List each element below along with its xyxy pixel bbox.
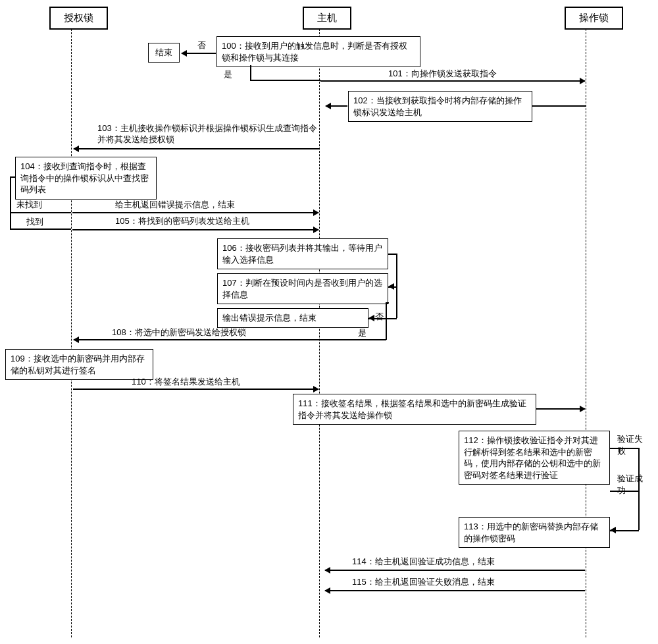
step-102-box: 102：当接收到获取指令时将内部存储的操作锁标识发送给主机 — [348, 91, 532, 122]
conn-107-err — [396, 286, 397, 318]
step-104-err: 给主机返回错误提示信息，结束 — [115, 200, 235, 211]
arrow-111 — [536, 408, 585, 410]
label-found: 找到 — [26, 216, 43, 228]
label-not-found: 未找到 — [16, 199, 42, 211]
conn-103-104 — [10, 176, 11, 213]
step-100-box: 100：接收到用户的触发信息时，判断是否有授权锁和操作锁与其连接 — [216, 36, 420, 67]
conn-107-108 — [386, 302, 387, 340]
step-106-box: 106：接收密码列表并将其输出，等待用户输入选择信息 — [217, 238, 388, 269]
label-yes-107: 是 — [358, 327, 367, 339]
label-vs1: 验证成功 — [617, 473, 644, 496]
step-111-box: 111：接收签名结果，根据签名结果和选中的新密码生成验证指令并将其发送给操作锁 — [293, 394, 536, 425]
arrow-no-end — [182, 53, 216, 54]
arrow-103 — [74, 148, 320, 149]
step-110-text: 110：将签名结果发送给主机 — [132, 377, 240, 388]
conn-112-bh1 — [610, 448, 639, 449]
lifeline-host — [319, 29, 320, 637]
arrow-102-r — [532, 105, 586, 107]
lifeline-auth — [71, 29, 72, 637]
arrow-102 — [326, 105, 347, 107]
arrow-105 — [72, 229, 318, 230]
step-107-err: 输出错误提示信息，结束 — [217, 308, 368, 328]
label-no: 否 — [197, 40, 206, 51]
step-115-text: 115：给主机返回验证失败消息，结束 — [352, 577, 495, 588]
label-yes: 是 — [224, 68, 232, 80]
actor-host: 主机 — [303, 7, 351, 30]
arrow-110 — [73, 389, 318, 390]
nf-h — [10, 212, 71, 213]
step-107-box: 107：判断在预设时间内是否收到用户的选择信息 — [217, 273, 388, 304]
conn-106-107 — [396, 254, 397, 286]
conn-112-branch — [638, 448, 640, 517]
ah-113 — [610, 527, 616, 533]
arrow-115 — [325, 590, 585, 591]
arrow-108 — [74, 339, 386, 340]
arrow-114 — [325, 570, 585, 571]
actor-auth-lock: 授权锁 — [49, 7, 108, 30]
conn-106-107h1 — [388, 254, 397, 255]
ah-107err — [368, 315, 374, 321]
step-109-box: 109：接收选中的新密码并用内部存储的私钥对其进行签名 — [5, 349, 153, 380]
conn-103-104h1 — [10, 176, 15, 178]
conn-100-yes-v — [250, 65, 251, 80]
actor-op-lock: 操作锁 — [565, 7, 623, 30]
step-104-box: 104：接收到查询指令时，根据查询指令中的操作锁标识从中查找密码列表 — [15, 157, 157, 200]
step-113-box: 113：用选中的新密码替换内部存储的操作锁密码 — [459, 517, 610, 548]
conn-100-yes-h — [250, 80, 320, 81]
conn-112-bh2 — [610, 491, 639, 492]
arrow-104-err — [72, 212, 318, 213]
step-108-text: 108：将选中的新密码发送给授权锁 — [112, 327, 246, 338]
found-v — [10, 212, 11, 228]
step-114-text: 114：给主机返回验证成功信息，结束 — [352, 556, 495, 568]
step-103-text: 103：主机接收操作锁标识并根据操作锁标识生成查询指令并将其发送给授权锁 — [97, 123, 321, 146]
step-101-text: 101：向操作锁发送获取指令 — [388, 68, 497, 80]
step-112-box: 112：操作锁接收验证指令并对其进行解析得到签名结果和选中的新密码，使用内部存储… — [459, 431, 610, 485]
conn-112-113 — [638, 517, 640, 530]
arrow-101 — [320, 80, 585, 82]
label-vf1: 验证失败 — [617, 433, 644, 457]
end-box: 结束 — [148, 43, 180, 63]
label-no-107: 否 — [375, 311, 384, 323]
step-105-text: 105：将找到的密码列表发送给主机 — [115, 216, 249, 227]
found-h — [10, 228, 71, 230]
ah-107 — [388, 283, 394, 290]
conn-107-108h — [386, 302, 389, 304]
